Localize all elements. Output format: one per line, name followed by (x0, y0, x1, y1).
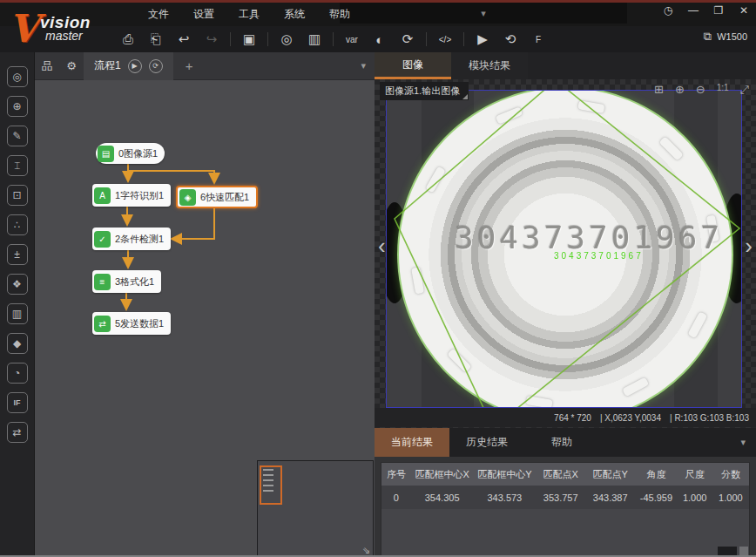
focus-region-icon[interactable]: ⊡ (7, 185, 28, 206)
menubar: 文件设置工具系统帮助 (148, 3, 350, 26)
add-flow-button[interactable]: + (186, 58, 193, 73)
image-edit-icon[interactable]: ✎ (7, 126, 28, 146)
result-tab-2[interactable]: 帮助 (524, 428, 599, 457)
node-icon: ≡ (94, 274, 111, 290)
redo-icon: ↪ (200, 30, 223, 49)
flow-run-loop-icon[interactable]: ⟳ (149, 59, 163, 73)
flow-header-chevron-icon[interactable]: ▾ (361, 60, 366, 71)
color-fill-icon[interactable]: ◆ (7, 333, 28, 354)
calculator-icon[interactable]: ± (7, 244, 28, 265)
next-image-arrow[interactable]: › (745, 233, 753, 260)
flow-minimap[interactable]: ⇘ (257, 460, 374, 557)
histogram-icon[interactable]: ▥ (7, 303, 28, 324)
if-logic-icon[interactable]: IF (7, 392, 28, 413)
camera-icon[interactable]: ◎ (275, 30, 298, 49)
menu-item-1[interactable]: 设置 (193, 7, 214, 22)
node-label: 1字符识别1 (115, 189, 164, 202)
flow-canvas[interactable]: ▤0图像源1A1字符识别1◈6快速匹配1✓2条件检测1≡3格式化1⇄5发送数据1… (35, 80, 375, 557)
result-body: 序号匹配框中心X匹配框中心Y匹配点X匹配点Y角度尺度分数 0354.305343… (375, 457, 756, 557)
node-icon: ◈ (179, 189, 196, 206)
run-once-icon[interactable]: ▶ (471, 30, 494, 49)
fullscreen-icon[interactable]: ⤢ (740, 83, 749, 97)
toolbar-divider (426, 32, 427, 46)
scrollbar-horizontal[interactable] (718, 547, 737, 555)
result-tab-0[interactable]: 当前结果 (375, 428, 449, 457)
flow-header: 品 ⚙ 流程1 ▶ ⟳ + ▾ (35, 52, 375, 80)
flow-node[interactable]: ✓2条件检测1 (92, 228, 171, 250)
logo-line2: master (45, 29, 83, 43)
table-row[interactable]: 0354.305343.573353.757343.387-45.9591.00… (381, 486, 749, 509)
fit-view-icon[interactable]: ⊞ (654, 83, 664, 97)
flow-node[interactable]: ⇄5发送数据1 (92, 312, 171, 335)
result-tab-1[interactable]: 历史结果 (449, 428, 524, 457)
scatter-measure-icon[interactable]: ∴ (7, 214, 28, 235)
zoom-in-icon[interactable]: ⊕ (675, 83, 685, 97)
flow-tab[interactable]: 流程1 ▶ ⟳ (84, 52, 173, 80)
titlebar-dropdown[interactable]: ▾ (340, 3, 627, 24)
node-icon: ⇄ (94, 316, 111, 332)
module-list-icon[interactable]: ▥ (303, 30, 326, 49)
undo-icon[interactable]: ↩ (172, 30, 195, 49)
open-icon[interactable]: ⎗ (145, 30, 167, 49)
menu-item-4[interactable]: 帮助 (329, 7, 350, 22)
menu-item-3[interactable]: 系统 (284, 7, 305, 22)
image-source-dropdown[interactable]: 图像源1.输出图像 (380, 82, 469, 100)
table-cell: 0 (381, 486, 411, 509)
prev-image-arrow[interactable]: ‹ (378, 233, 386, 260)
timer-icon[interactable]: ◔ (7, 363, 28, 384)
save-project-icon[interactable]: ▣ (238, 30, 260, 49)
close-icon[interactable]: ✕ (737, 4, 751, 17)
menu-item-2[interactable]: 工具 (239, 7, 260, 22)
flow-node[interactable]: A1字符识别1 (92, 184, 171, 207)
pixel-rgb: | R:103 G:103 B:103 (670, 413, 749, 423)
flow-node[interactable]: ▤0图像源1 (96, 143, 165, 164)
result-tabs: 当前结果历史结果帮助▾ (375, 428, 756, 457)
workspace-label: W1500 (717, 31, 747, 42)
window-controls: ◷—❐✕ (661, 4, 751, 17)
viewer-tab-0[interactable]: 图像 (375, 52, 451, 79)
wrench-icon[interactable]: ⚙ (59, 59, 84, 72)
scrollbar-corner[interactable] (739, 547, 748, 555)
cap-embossed-number: 304373701967 (455, 220, 716, 255)
ocr-text-icon[interactable]: ⌶ (7, 155, 28, 176)
image-canvas[interactable]: 304373701967 304373701967 (386, 90, 742, 408)
variable-icon[interactable]: var (341, 30, 363, 49)
flow-run-once-icon[interactable]: ▶ (128, 59, 142, 73)
minimap-resize-icon[interactable]: ⇘ (362, 545, 370, 556)
minimap-viewport[interactable] (260, 465, 282, 505)
run-continuous-icon[interactable]: ⟲ (499, 30, 522, 49)
minimize-icon[interactable]: — (686, 4, 700, 17)
script-icon[interactable]: </> (434, 30, 456, 49)
table-header-cell: 匹配点Y (585, 463, 635, 486)
global-trigger-icon[interactable]: ⟳ (396, 30, 419, 49)
actual-size-icon[interactable]: 1:1 (717, 83, 729, 97)
image-size: 764 * 720 (554, 413, 591, 423)
table-cell: -45.959 (635, 486, 678, 509)
clock-icon[interactable]: ◷ (661, 4, 675, 17)
hierarchy-icon[interactable]: 品 (35, 58, 59, 74)
table-cell: 354.305 (411, 486, 474, 509)
image-viewer[interactable]: 图像源1.输出图像 ⊞⊕⊖1:1⤢ 304373701967 304373701… (375, 79, 756, 428)
viewer-tabs: 图像模块结果 (375, 52, 756, 79)
result-tabs-chevron-icon[interactable]: ▾ (740, 437, 746, 448)
image-adjust-icon[interactable]: ◐ (368, 30, 391, 49)
image-settings-icon[interactable]: ❖ (7, 274, 28, 295)
flow-tab-label: 流程1 (94, 58, 121, 73)
menu-item-0[interactable]: 文件 (148, 7, 169, 22)
flow-node[interactable]: ≡3格式化1 (92, 270, 161, 293)
acquire-camera-icon[interactable]: ◎ (7, 66, 28, 87)
table-header-cell: 序号 (381, 463, 411, 486)
result-table-wrap[interactable]: 序号匹配框中心X匹配框中心Y匹配点X匹配点Y角度尺度分数 0354.305343… (381, 462, 750, 557)
recognition-result-overlay: 304373701967 (554, 251, 711, 261)
workspace-selector[interactable]: ⧉ W1500 (704, 30, 747, 44)
format-icon[interactable]: F (527, 30, 550, 49)
data-transfer-icon[interactable]: ⇄ (7, 422, 28, 443)
viewer-tab-1[interactable]: 模块结果 (451, 52, 528, 79)
table-header-cell: 角度 (635, 463, 678, 486)
zoom-out-icon[interactable]: ⊖ (696, 83, 705, 97)
flow-node[interactable]: ◈6快速匹配1 (176, 186, 258, 208)
restore-icon[interactable]: ❐ (712, 4, 726, 17)
table-cell: 1.000 (712, 486, 749, 509)
save-icon[interactable]: ⎙ (117, 30, 139, 49)
location-target-icon[interactable]: ⊕ (7, 96, 28, 117)
